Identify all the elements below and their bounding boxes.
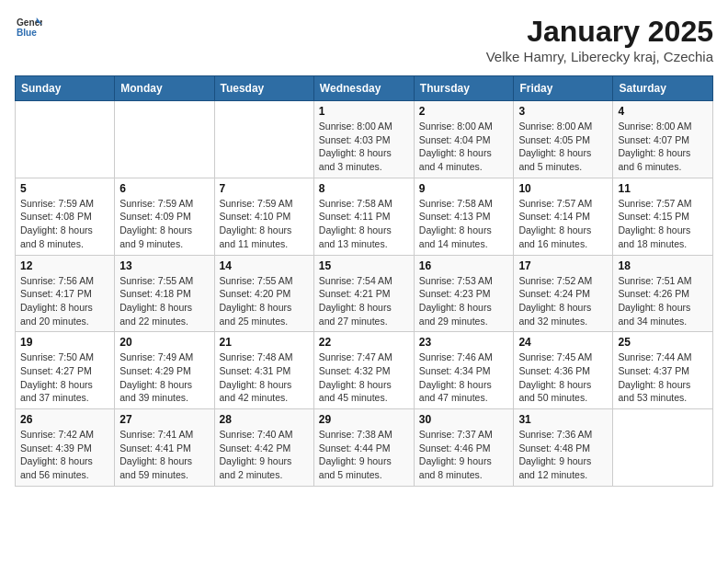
day-info: Sunrise: 7:48 AMSunset: 4:31 PMDaylight:… [220,350,309,405]
svg-text:General: General [17,17,42,28]
day-number: 27 [119,413,209,426]
day-number: 14 [220,259,309,272]
week-row-4: 19Sunrise: 7:50 AMSunset: 4:27 PMDayligh… [16,332,713,409]
day-info: Sunrise: 7:37 AMSunset: 4:46 PMDaylight:… [419,428,509,482]
day-cell: 31Sunrise: 7:36 AMSunset: 4:48 PMDayligh… [514,409,613,487]
day-cell: 27Sunrise: 7:41 AMSunset: 4:41 PMDayligh… [115,409,214,487]
day-cell: 30Sunrise: 7:37 AMSunset: 4:46 PMDayligh… [414,409,514,487]
day-number: 13 [119,259,209,272]
day-number: 9 [419,182,509,195]
day-cell: 5Sunrise: 7:59 AMSunset: 4:08 PMDaylight… [16,178,115,255]
header-saturday: Saturday [613,76,713,101]
day-number: 28 [220,413,309,426]
day-number: 15 [319,259,409,272]
day-info: Sunrise: 7:38 AMSunset: 4:44 PMDaylight:… [319,428,409,482]
day-cell: 24Sunrise: 7:45 AMSunset: 4:36 PMDayligh… [514,332,613,409]
page-header: General Blue January 2025 Velke Hamry, L… [15,15,713,64]
day-info: Sunrise: 8:00 AMSunset: 4:03 PMDaylight:… [319,120,409,174]
day-cell: 22Sunrise: 7:47 AMSunset: 4:32 PMDayligh… [313,332,414,409]
day-number: 16 [419,259,509,272]
day-cell: 18Sunrise: 7:51 AMSunset: 4:26 PMDayligh… [613,255,713,332]
day-cell: 28Sunrise: 7:40 AMSunset: 4:42 PMDayligh… [214,409,313,487]
header-wednesday: Wednesday [313,76,414,101]
day-number: 1 [319,105,409,118]
day-number: 7 [220,182,309,195]
day-cell: 26Sunrise: 7:42 AMSunset: 4:39 PMDayligh… [16,409,115,487]
day-info: Sunrise: 7:36 AMSunset: 4:48 PMDaylight:… [518,428,608,482]
day-cell: 9Sunrise: 7:58 AMSunset: 4:13 PMDaylight… [414,178,514,255]
day-cell [16,101,115,178]
day-info: Sunrise: 7:49 AMSunset: 4:29 PMDaylight:… [119,350,209,405]
day-cell: 20Sunrise: 7:49 AMSunset: 4:29 PMDayligh… [115,332,214,409]
day-number: 8 [319,182,409,195]
day-info: Sunrise: 7:40 AMSunset: 4:42 PMDaylight:… [220,428,309,482]
day-number: 22 [319,336,409,349]
day-info: Sunrise: 8:00 AMSunset: 4:05 PMDaylight:… [518,120,608,174]
day-cell: 8Sunrise: 7:58 AMSunset: 4:11 PMDaylight… [313,178,414,255]
day-cell: 21Sunrise: 7:48 AMSunset: 4:31 PMDayligh… [214,332,313,409]
day-info: Sunrise: 7:51 AMSunset: 4:26 PMDaylight:… [618,274,708,328]
day-info: Sunrise: 7:55 AMSunset: 4:20 PMDaylight:… [220,274,309,328]
day-number: 6 [119,182,209,195]
day-cell: 29Sunrise: 7:38 AMSunset: 4:44 PMDayligh… [313,409,414,487]
day-info: Sunrise: 7:44 AMSunset: 4:37 PMDaylight:… [618,350,708,405]
day-number: 18 [618,259,708,272]
day-cell: 7Sunrise: 7:59 AMSunset: 4:10 PMDaylight… [214,178,313,255]
day-info: Sunrise: 7:54 AMSunset: 4:21 PMDaylight:… [319,274,409,328]
day-info: Sunrise: 7:52 AMSunset: 4:24 PMDaylight:… [518,274,608,328]
day-number: 3 [518,105,608,118]
week-row-5: 26Sunrise: 7:42 AMSunset: 4:39 PMDayligh… [16,409,713,487]
day-info: Sunrise: 7:58 AMSunset: 4:13 PMDaylight:… [419,197,509,251]
day-cell: 1Sunrise: 8:00 AMSunset: 4:03 PMDaylight… [313,101,414,178]
day-cell: 4Sunrise: 8:00 AMSunset: 4:07 PMDaylight… [613,101,713,178]
day-cell: 10Sunrise: 7:57 AMSunset: 4:14 PMDayligh… [514,178,613,255]
day-number: 19 [20,336,109,349]
day-cell: 16Sunrise: 7:53 AMSunset: 4:23 PMDayligh… [414,255,514,332]
day-info: Sunrise: 7:41 AMSunset: 4:41 PMDaylight:… [119,428,209,482]
day-info: Sunrise: 7:59 AMSunset: 4:10 PMDaylight:… [220,197,309,251]
day-info: Sunrise: 7:59 AMSunset: 4:08 PMDaylight:… [20,197,109,251]
day-number: 29 [319,413,409,426]
day-number: 20 [119,336,209,349]
header-thursday: Thursday [414,76,514,101]
week-row-2: 5Sunrise: 7:59 AMSunset: 4:08 PMDaylight… [16,178,713,255]
header-monday: Monday [115,76,214,101]
calendar-header-row: SundayMondayTuesdayWednesdayThursdayFrid… [16,76,713,101]
calendar-subtitle: Velke Hamry, Liberecky kraj, Czechia [486,49,713,64]
logo-icon: General Blue [17,15,42,40]
day-number: 25 [618,336,708,349]
svg-text:Blue: Blue [17,28,37,38]
day-info: Sunrise: 7:58 AMSunset: 4:11 PMDaylight:… [319,197,409,251]
day-number: 11 [618,182,708,195]
day-number: 30 [419,413,509,426]
calendar-table: SundayMondayTuesdayWednesdayThursdayFrid… [15,75,713,487]
day-cell: 19Sunrise: 7:50 AMSunset: 4:27 PMDayligh… [16,332,115,409]
day-cell: 3Sunrise: 8:00 AMSunset: 4:05 PMDaylight… [514,101,613,178]
day-info: Sunrise: 8:00 AMSunset: 4:04 PMDaylight:… [419,120,509,174]
day-info: Sunrise: 7:57 AMSunset: 4:14 PMDaylight:… [518,197,608,251]
day-info: Sunrise: 7:50 AMSunset: 4:27 PMDaylight:… [20,350,109,405]
title-block: January 2025 Velke Hamry, Liberecky kraj… [486,15,713,64]
logo: General Blue [15,15,42,40]
header-friday: Friday [514,76,613,101]
day-cell: 25Sunrise: 7:44 AMSunset: 4:37 PMDayligh… [613,332,713,409]
day-number: 21 [220,336,309,349]
week-row-1: 1Sunrise: 8:00 AMSunset: 4:03 PMDaylight… [16,101,713,178]
week-row-3: 12Sunrise: 7:56 AMSunset: 4:17 PMDayligh… [16,255,713,332]
day-info: Sunrise: 7:53 AMSunset: 4:23 PMDaylight:… [419,274,509,328]
day-cell [214,101,313,178]
day-info: Sunrise: 7:55 AMSunset: 4:18 PMDaylight:… [119,274,209,328]
day-number: 5 [20,182,109,195]
calendar-title: January 2025 [486,15,713,49]
day-info: Sunrise: 7:47 AMSunset: 4:32 PMDaylight:… [319,350,409,405]
day-cell: 15Sunrise: 7:54 AMSunset: 4:21 PMDayligh… [313,255,414,332]
day-cell [115,101,214,178]
day-info: Sunrise: 7:56 AMSunset: 4:17 PMDaylight:… [20,274,109,328]
day-number: 17 [518,259,608,272]
day-number: 31 [518,413,608,426]
header-sunday: Sunday [16,76,115,101]
day-info: Sunrise: 7:46 AMSunset: 4:34 PMDaylight:… [419,350,509,405]
day-number: 12 [20,259,109,272]
day-number: 10 [518,182,608,195]
day-info: Sunrise: 7:59 AMSunset: 4:09 PMDaylight:… [119,197,209,251]
